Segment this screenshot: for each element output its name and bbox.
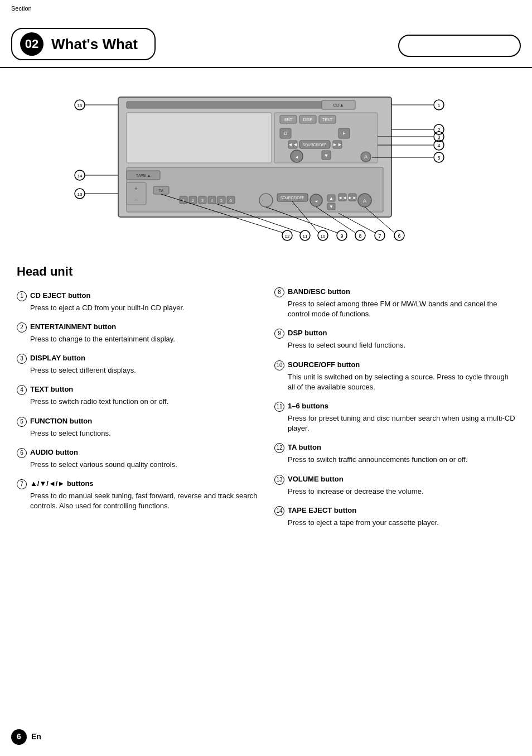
svg-text:11: 11 bbox=[303, 234, 308, 239]
list-item: 14 TAPE EJECT button Press to eject a ta… bbox=[274, 505, 515, 528]
svg-rect-1 bbox=[127, 102, 344, 108]
list-item: 4 TEXT button Press to switch radio text… bbox=[17, 384, 258, 407]
svg-text:A: A bbox=[364, 154, 367, 160]
header-section-box: 02 What's What bbox=[11, 28, 156, 60]
svg-text:A: A bbox=[363, 198, 366, 204]
svg-text:6: 6 bbox=[398, 233, 400, 239]
item-num-2: 2 bbox=[17, 322, 27, 333]
device-diagram: CD▲ ENT DISP TEXT D F bbox=[71, 85, 461, 247]
item-num-10: 10 bbox=[274, 360, 284, 370]
item-desc-5: Press to select functions. bbox=[17, 428, 258, 439]
item-label-1: CD EJECT button bbox=[30, 291, 90, 301]
svg-text:5: 5 bbox=[220, 199, 223, 203]
svg-text:8: 8 bbox=[359, 233, 361, 239]
list-item: 12 TA button Press to switch traffic ann… bbox=[274, 442, 515, 465]
item-label-10: SOURCE/OFF button bbox=[288, 360, 360, 370]
item-num-6: 6 bbox=[17, 448, 27, 458]
list-item: 11 1–6 buttons Press for preset tuning a… bbox=[274, 401, 515, 434]
svg-text:1: 1 bbox=[437, 103, 440, 108]
item-desc-1: Press to eject a CD from your built-in C… bbox=[17, 303, 258, 313]
item-label-13: VOLUME button bbox=[288, 474, 344, 484]
item-desc-6: Press to select various sound quality co… bbox=[17, 460, 258, 470]
head-unit-title: Head unit bbox=[17, 263, 258, 281]
item-num-1: 1 bbox=[17, 291, 27, 301]
svg-text:4: 4 bbox=[211, 199, 213, 203]
list-item: 7 ▲/▼/◄/► buttons Press to do manual see… bbox=[17, 479, 258, 511]
section-label: Section bbox=[11, 4, 32, 13]
item-desc-3: Press to select different displays. bbox=[17, 365, 258, 375]
footer-page-number: 6 bbox=[11, 729, 27, 745]
item-desc-7: Press to do manual seek tuning, fast for… bbox=[17, 491, 258, 511]
item-num-7: 7 bbox=[17, 479, 27, 489]
item-desc-11: Press for preset tuning and disc number … bbox=[274, 413, 515, 434]
item-desc-10: This unit is switched on by selecting a … bbox=[274, 372, 515, 392]
svg-text:15: 15 bbox=[78, 103, 83, 108]
svg-text:14: 14 bbox=[78, 174, 83, 179]
item-label-4: TEXT button bbox=[30, 384, 73, 394]
item-num-9: 9 bbox=[274, 329, 284, 339]
svg-text:CD▲: CD▲ bbox=[333, 103, 344, 108]
svg-text:12: 12 bbox=[285, 234, 290, 239]
svg-text:◄◄: ◄◄ bbox=[338, 195, 347, 200]
item-desc-8: Press to select among three FM or MW/LW … bbox=[274, 299, 515, 319]
item-desc-9: Press to select sound field functions. bbox=[274, 340, 515, 350]
svg-text:◄: ◄ bbox=[315, 199, 318, 203]
item-desc-13: Press to increase or decrease the volume… bbox=[274, 487, 515, 497]
svg-text:6: 6 bbox=[230, 199, 232, 203]
svg-text:TA: TA bbox=[159, 189, 164, 192]
svg-text:TAPE ▲: TAPE ▲ bbox=[136, 174, 151, 177]
item-desc-12: Press to switch traffic announcements fu… bbox=[274, 455, 515, 465]
item-num-5: 5 bbox=[17, 417, 27, 427]
item-desc-4: Press to switch radio text function on o… bbox=[17, 397, 258, 407]
item-num-12: 12 bbox=[274, 443, 284, 453]
svg-text:3: 3 bbox=[201, 199, 204, 203]
svg-text:2: 2 bbox=[192, 199, 194, 203]
item-label-11: 1–6 buttons bbox=[288, 401, 328, 411]
svg-point-48 bbox=[259, 194, 273, 207]
svg-text:1: 1 bbox=[182, 199, 185, 203]
svg-text:10: 10 bbox=[321, 234, 326, 239]
list-item: 9 DSP button Press to select sound field… bbox=[274, 328, 515, 350]
svg-text:3: 3 bbox=[437, 134, 440, 140]
item-label-12: TA button bbox=[288, 442, 321, 452]
header-right-box bbox=[398, 35, 521, 57]
svg-text:SOURCE/OFF: SOURCE/OFF bbox=[280, 196, 304, 200]
page: Section 02 What's What CD▲ bbox=[0, 0, 532, 756]
svg-text:►►: ►► bbox=[348, 195, 357, 200]
item-label-5: FUNCTION button bbox=[30, 416, 92, 426]
svg-text:13: 13 bbox=[78, 192, 83, 197]
list-item: 1 CD EJECT button Press to eject a CD fr… bbox=[17, 291, 258, 313]
svg-text:+: + bbox=[134, 186, 138, 192]
item-num-13: 13 bbox=[274, 475, 284, 485]
diagram-area: CD▲ ENT DISP TEXT D F bbox=[0, 68, 532, 252]
list-item: 8 BAND/ESC button Press to select among … bbox=[274, 287, 515, 319]
item-label-3: DISPLAY button bbox=[30, 353, 85, 363]
footer: 6 En bbox=[11, 729, 41, 745]
svg-rect-4 bbox=[127, 113, 272, 163]
item-num-4: 4 bbox=[17, 385, 27, 395]
item-desc-2: Press to change to the entertainment dis… bbox=[17, 334, 258, 344]
svg-text:–: – bbox=[134, 196, 138, 204]
item-num-14: 14 bbox=[274, 506, 284, 516]
item-label-7: ▲/▼/◄/► buttons bbox=[30, 479, 94, 489]
svg-text:▼: ▼ bbox=[324, 153, 329, 158]
svg-text:◄◄: ◄◄ bbox=[288, 142, 298, 147]
content-left: Head unit 1 CD EJECT button Press to eje… bbox=[17, 258, 258, 537]
list-item: 3 DISPLAY button Press to select differe… bbox=[17, 353, 258, 375]
item-num-3: 3 bbox=[17, 354, 27, 364]
svg-text:D: D bbox=[284, 131, 288, 136]
device-illustration: CD▲ ENT DISP TEXT D F bbox=[71, 85, 461, 247]
footer-language: En bbox=[31, 731, 41, 743]
svg-text:7: 7 bbox=[378, 233, 381, 239]
item-label-2: ENTERTAINMENT button bbox=[30, 322, 116, 332]
list-item: 2 ENTERTAINMENT button Press to change t… bbox=[17, 322, 258, 344]
svg-text:4: 4 bbox=[437, 143, 440, 148]
svg-text:SOURCE/OFF: SOURCE/OFF bbox=[303, 143, 327, 147]
item-label-9: DSP button bbox=[288, 328, 327, 338]
svg-text:▼: ▼ bbox=[329, 204, 333, 209]
list-item: 6 AUDIO button Press to select various s… bbox=[17, 447, 258, 470]
list-item: 10 SOURCE/OFF button This unit is switch… bbox=[274, 360, 515, 392]
section-number: 02 bbox=[20, 32, 43, 56]
item-num-8: 8 bbox=[274, 287, 284, 297]
svg-text:◄: ◄ bbox=[295, 155, 299, 159]
